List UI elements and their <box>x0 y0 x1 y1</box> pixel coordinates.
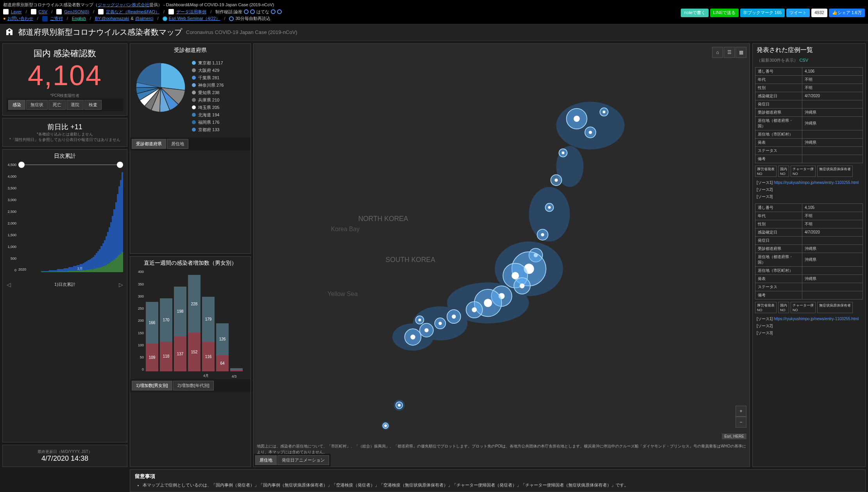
zoom-in-button[interactable]: + <box>736 406 746 417</box>
link-geojson[interactable]: GeoJSON(β) <box>64 9 89 16</box>
cum-xlabel-start: 2020 <box>18 267 26 271</box>
autoreload-text: 30分毎自動再読込 <box>235 15 270 22</box>
source-line: [ソース3] <box>753 193 865 200</box>
link-author2[interactable]: @aimerci <box>135 15 154 22</box>
link-author1[interactable]: BY:@oohamazaki <box>95 15 129 22</box>
cum-bars <box>18 172 123 272</box>
svg-point-28 <box>512 272 519 279</box>
slider-thumb-start[interactable] <box>18 162 25 168</box>
share-facebook[interactable]: 👍 シェア 1.6万 <box>829 9 865 17</box>
cumulative-panel: 日次累計 05001,0001,5002,0002,5003,0003,5004… <box>2 149 127 442</box>
bar-column: 1661094月 <box>146 302 158 372</box>
cum-y-axis: 05001,0001,5002,0002,5003,0003,5004,0004… <box>3 163 16 272</box>
filter-tag[interactable]: 国内NO <box>778 166 789 177</box>
svg-point-16 <box>562 152 564 154</box>
delta-note1: *各種絞り込みとは連動しません <box>7 132 123 137</box>
filter-tag[interactable]: 無症状病原体保有者 <box>817 302 853 313</box>
map-attribution: Esri, HERE <box>722 433 746 439</box>
link-seminar[interactable]: Esri Web Seminar（4/22） <box>169 15 220 22</box>
svg-point-30 <box>520 283 525 289</box>
note-item: 本マップ上で症例としているのは、「国内事例（発症者）」「国内事例（無症状病原体保… <box>143 482 861 488</box>
map-panel[interactable]: ⌂ ☰ ▦ + − NORTH KOREA SOUTH KOREA Yellow… <box>253 43 750 467</box>
link-donate[interactable]: ご寄付 <box>50 15 63 22</box>
legend-item: 東京都 1,117 <box>192 60 224 66</box>
svg-point-2 <box>529 187 570 242</box>
filter-tag[interactable]: チャーター便NO <box>791 302 816 313</box>
prev-arrow[interactable]: ◁ <box>7 282 11 288</box>
tab-item[interactable]: 2)増加数[年代別] <box>173 381 214 390</box>
circle-icon <box>250 9 255 14</box>
company-link[interactable]: ジャッグジャパン株式会社 <box>98 2 149 7</box>
source-line: [ソース1] https://ryukyushimpo.jp/news/entr… <box>753 316 865 323</box>
link-usage[interactable]: データ活用事例 <box>176 9 206 16</box>
home-button[interactable]: ⌂ <box>712 47 723 58</box>
bar-title: 直近一週間の感染者増加数（男女別） <box>130 257 251 270</box>
svg-point-0 <box>556 102 625 149</box>
zoom-out-button[interactable]: − <box>736 417 746 428</box>
svg-point-46 <box>418 319 421 321</box>
link-faq[interactable]: 定義など（Readme&FAQ） <box>106 9 159 16</box>
filter-tag[interactable]: 厚労省発表NO <box>755 166 777 177</box>
bar-column: 12664 <box>216 323 229 371</box>
tab-item[interactable]: 1)増加数[男女別] <box>132 381 172 390</box>
tab-無症状[interactable]: 無症状 <box>26 100 48 110</box>
filter-tag[interactable]: チャーター便NO <box>791 166 816 177</box>
source-link[interactable]: https://ryukyushimpo.jp/news/entry-11032… <box>774 317 859 321</box>
source-line: [ソース2] <box>753 186 865 193</box>
legend-item: 兵庫県 210 <box>192 97 224 103</box>
filter-tag[interactable]: 無症状病原体保有者 <box>817 166 853 177</box>
svg-point-50 <box>384 424 387 427</box>
tab-item[interactable]: 受診都道府県 <box>132 139 166 149</box>
tab-退院[interactable]: 退院 <box>66 100 84 110</box>
layer-icon <box>3 9 9 14</box>
csv-icon <box>31 9 36 14</box>
link-english[interactable]: English <box>72 15 86 22</box>
tab-感染[interactable]: 感染 <box>8 100 25 110</box>
notes-panel: 留意事項 本マップ上で症例としているのは、「国内事例（発症者）」「国内事例（無症… <box>130 469 866 492</box>
next-arrow[interactable]: ▷ <box>119 282 123 288</box>
case-list-sub: （最新300件を表示） <box>757 58 798 62</box>
topbar-row1: 都道府県別新型コロナウイルス感染者数マップ（ジャッグジャパン株式会社提供） - … <box>3 2 865 9</box>
svg-point-10 <box>574 116 580 122</box>
filter-tag[interactable]: 厚労省発表NO <box>755 302 777 313</box>
svg-point-12 <box>589 131 592 134</box>
basemap-button[interactable]: ▦ <box>736 47 746 58</box>
csv-link[interactable]: CSV <box>799 58 808 62</box>
filter-tag[interactable]: 国内NO <box>778 302 789 313</box>
svg-point-34 <box>484 299 492 307</box>
time-slider[interactable] <box>18 164 123 165</box>
share-bookmark[interactable]: B! ブックマーク 165 <box>740 9 785 17</box>
slider-thumb-end[interactable] <box>117 162 123 168</box>
share-twitter[interactable]: ツイート <box>786 9 810 17</box>
svg-point-38 <box>452 314 456 318</box>
delta-note2: *「陽性判明日」を参照しており公表日や報道日ではありません <box>7 137 123 143</box>
japan-map[interactable]: NORTH KOREA SOUTH KOREA Yellow Sea Korea… <box>254 44 750 467</box>
legend-item: 愛知県 238 <box>192 90 224 96</box>
timestamp-label: 最終更新日（M/D/YYYY, JST） <box>7 449 123 455</box>
legend-button[interactable]: ☰ <box>724 47 735 58</box>
source-link[interactable]: https://ryukyushimpo.jp/news/entry-11032… <box>774 180 859 185</box>
bar-column: 228152 <box>188 275 200 371</box>
tab-検査[interactable]: 検査 <box>84 100 102 110</box>
title-suffix: 提供） - Dashboard&Map of COVID-19 Japan Ca… <box>149 2 274 7</box>
notes-list: 本マップ上で症例としているのは、「国内事例（発症者）」「国内事例（無症状病原体保… <box>135 482 861 488</box>
link-contact[interactable]: お問い合わせ <box>7 15 33 22</box>
legend-item: 北海道 194 <box>192 112 224 118</box>
circle-icon <box>271 9 276 14</box>
link-csv[interactable]: CSV <box>39 9 48 16</box>
tab-死亡[interactable]: 死亡 <box>48 100 66 110</box>
case-list-panel: 発表された症例一覧 （最新300件を表示） CSV 通し番号4,106年代不明性… <box>752 43 866 467</box>
faq-icon <box>98 9 104 14</box>
tab-item[interactable]: 居住地 <box>167 139 188 149</box>
source-line: [ソース2] <box>753 323 865 330</box>
svg-point-48 <box>398 404 401 406</box>
tab-item[interactable]: 発症日アニメーション <box>277 455 329 465</box>
globe-icon <box>163 16 167 21</box>
tab-item[interactable]: 居住地 <box>255 455 277 465</box>
cum-nav-label: 1)日次累計 <box>54 282 75 287</box>
confirmed-note: *PCR検査陽性者 <box>7 93 123 98</box>
share-line[interactable]: LINEで送る <box>710 9 739 17</box>
link-layer[interactable]: Layer <box>11 9 22 16</box>
share-note[interactable]: noteで書く <box>681 9 708 17</box>
bar-panel: 直近一週間の感染者増加数（男女別） 0501001502002503003504… <box>130 256 251 467</box>
